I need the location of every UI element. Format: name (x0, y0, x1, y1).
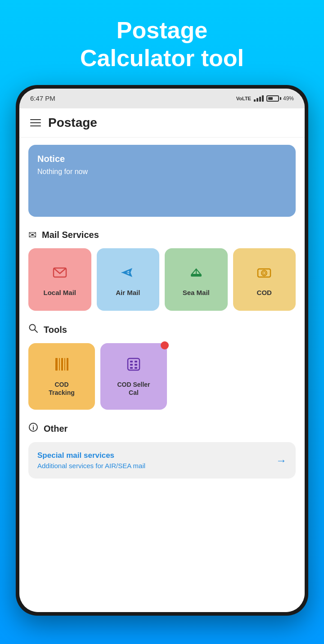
hamburger-line-3 (30, 125, 41, 126)
sea-mail-icon (188, 264, 204, 284)
mail-services-grid: Local Mail Air Mail (19, 245, 305, 318)
other-section-header: Other (19, 417, 305, 438)
battery-tip (280, 97, 281, 100)
app-header: Postage (19, 108, 305, 138)
svg-rect-2 (191, 274, 202, 277)
mail-services-section-header: ✉ Mail Services (19, 224, 305, 245)
signal-bar-3 (259, 97, 261, 102)
svg-rect-18 (135, 364, 137, 366)
svg-rect-16 (135, 361, 137, 362)
cod-label: COD (257, 289, 272, 297)
signal-bars (254, 95, 264, 102)
arrow-right-icon: → (276, 454, 287, 467)
svg-point-6 (263, 272, 266, 274)
hamburger-line-2 (30, 122, 41, 123)
other-title: Other (44, 424, 68, 434)
notification-badge (161, 341, 169, 349)
svg-rect-9 (55, 358, 58, 371)
cod-seller-card[interactable]: COD SellerCal (100, 343, 167, 410)
local-mail-card[interactable]: Local Mail (28, 248, 91, 311)
other-card-content: Special mail services Additional service… (37, 451, 145, 470)
notice-title: Notice (37, 154, 287, 164)
battery-fill (268, 97, 273, 100)
signal-bar-4 (262, 95, 264, 102)
svg-rect-12 (64, 358, 65, 371)
special-mail-services-card[interactable]: Special mail services Additional service… (28, 442, 296, 479)
svg-rect-19 (130, 367, 133, 369)
other-card-subtitle: Additional services for AIR/SEA mail (37, 462, 145, 470)
svg-rect-10 (59, 358, 60, 371)
svg-rect-14 (128, 358, 140, 370)
cod-tracking-icon (54, 356, 70, 376)
notice-text: Nothing for now (37, 168, 287, 176)
svg-rect-13 (67, 358, 68, 371)
cod-icon (256, 264, 272, 284)
app-content: Postage Notice Nothing for now ✉ Mail Se… (19, 108, 305, 612)
svg-point-23 (33, 425, 34, 426)
status-bar: 6:47 PM VoLTE 49% (19, 89, 305, 108)
sea-mail-card[interactable]: Sea Mail (165, 248, 228, 311)
mail-services-title: Mail Services (42, 230, 99, 240)
battery-icon: 49% (266, 95, 294, 102)
signal-bar-2 (256, 98, 258, 102)
notice-banner: Notice Nothing for now (28, 145, 296, 217)
info-icon (28, 422, 38, 435)
phone-screen: 6:47 PM VoLTE 49% (19, 89, 305, 612)
status-icons: VoLTE 49% (236, 95, 294, 102)
svg-line-8 (35, 330, 37, 332)
other-card-title: Special mail services (37, 451, 145, 460)
svg-rect-11 (61, 358, 63, 371)
cod-card[interactable]: COD (233, 248, 296, 311)
local-mail-icon (52, 264, 68, 284)
svg-point-5 (261, 270, 267, 276)
tools-search-icon (28, 323, 38, 336)
status-time: 6:47 PM (30, 94, 55, 102)
hamburger-menu-button[interactable] (30, 119, 41, 126)
signal-bar-1 (254, 99, 256, 102)
app-title: Postage (48, 116, 97, 130)
tools-section-header: Tools (19, 318, 305, 340)
svg-rect-20 (135, 367, 137, 369)
hero-title: PostageCalculator tool (80, 16, 244, 72)
air-mail-icon (120, 264, 136, 284)
mail-icon: ✉ (28, 229, 36, 241)
sea-mail-label: Sea Mail (183, 289, 210, 297)
tools-title: Tools (44, 325, 67, 335)
cod-tracking-card[interactable]: CODTracking (28, 343, 95, 410)
phone-device: 6:47 PM VoLTE 49% (16, 85, 308, 616)
cod-seller-icon (126, 356, 142, 376)
lte-icon: VoLTE (236, 96, 251, 101)
cod-tracking-label: CODTracking (49, 380, 75, 397)
air-mail-label: Air Mail (116, 289, 140, 297)
air-mail-card[interactable]: Air Mail (97, 248, 160, 311)
battery-percent: 49% (283, 95, 294, 102)
hamburger-line-1 (30, 119, 41, 120)
battery-body (266, 95, 279, 102)
svg-rect-17 (130, 364, 133, 366)
cod-seller-label: COD SellerCal (117, 380, 150, 397)
tools-grid: CODTracking (19, 340, 305, 417)
svg-rect-15 (130, 361, 133, 362)
local-mail-label: Local Mail (43, 289, 76, 297)
